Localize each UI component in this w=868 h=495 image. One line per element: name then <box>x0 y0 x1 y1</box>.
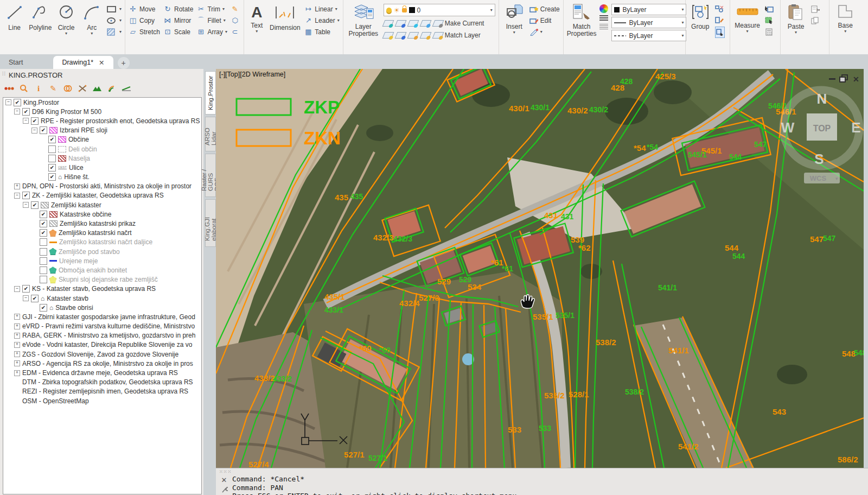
connection-dots-icon[interactable] <box>4 84 14 93</box>
select-all-button[interactable] <box>765 15 774 26</box>
tree-row[interactable]: +eVode - Vodni kataster, Direkcija Repub… <box>3 340 201 350</box>
tree-row[interactable]: ✔CESTUlice <box>3 163 201 172</box>
tree-row[interactable]: Zemljiško katastrski načrt daljice <box>3 238 201 247</box>
side-tab-king-gji-elaborat[interactable]: King.GJI elaborat <box>205 199 216 247</box>
layer-isolate-icon[interactable] <box>382 20 394 27</box>
layer-lock-icon[interactable] <box>419 20 431 27</box>
create-block-button[interactable]: Create <box>529 4 560 14</box>
tab-drawing1[interactable]: Drawing1* ✕ <box>53 56 113 69</box>
move-button[interactable]: ✢Move <box>129 4 160 14</box>
layer-turn-on-icon[interactable] <box>394 32 406 39</box>
side-tab-king-prostor[interactable]: King.Prostor <box>205 71 216 115</box>
layer-checkbox[interactable]: ✔ <box>31 117 39 125</box>
layer-checkbox[interactable] <box>48 155 56 162</box>
tree-row-label[interactable]: King.Prostor <box>23 99 59 106</box>
color-select[interactable]: ByLayer▾ <box>611 4 686 15</box>
explode-button[interactable]: ⬡ <box>231 15 239 26</box>
tree-row[interactable]: −✔Zemljiški kataster <box>3 200 201 210</box>
match-layer-button[interactable]: Match Layer <box>433 30 481 40</box>
tree-row[interactable]: +DPN, OPN - Prostorski akti, Ministrstvo… <box>3 182 201 191</box>
tree-row[interactable]: ✔Zemljiško katastrski prikaz <box>3 219 201 228</box>
tree-row[interactable]: Deli občin <box>3 144 201 154</box>
leader-button[interactable]: ↗Leader▾ <box>304 15 339 26</box>
expand-icon[interactable]: + <box>14 333 20 339</box>
tree-row[interactable]: −✔⌂Kataster stavb <box>3 294 201 303</box>
tree-row-label[interactable]: Zemljiško katastrski načrt daljice <box>59 238 152 246</box>
command-tools-icon[interactable] <box>221 486 228 495</box>
dimension-button[interactable]: Dimension <box>269 2 301 31</box>
tree-row[interactable]: +ARSO - Agencija RS za okolje, Ministrst… <box>3 359 201 368</box>
layer-checkbox[interactable]: ✔ <box>40 126 47 134</box>
layer-off-icon[interactable] <box>382 32 394 39</box>
tree-row[interactable]: ✔Zemljiško katastrski načrt <box>3 229 201 238</box>
tree-row-label[interactable]: Zemljiško katastrski prikaz <box>60 220 136 227</box>
layer-checkbox[interactable]: ✔ <box>40 220 47 227</box>
command-history[interactable]: Command: *Cancel*Command: PANPress ESC o… <box>232 475 521 495</box>
layer-thaw-all-icon[interactable] <box>407 32 419 39</box>
layer-checkbox[interactable]: ✔ <box>40 211 47 218</box>
group-select-toggle[interactable] <box>715 27 725 38</box>
tree-row-label[interactable]: ARSO - Agencija RS za okolje, Ministrstv… <box>22 360 193 367</box>
search-icon[interactable] <box>19 84 29 93</box>
match-properties-button[interactable]: Match Properties <box>567 2 597 37</box>
layer-checkbox[interactable]: ✔ <box>22 192 30 199</box>
break-tools-icon[interactable] <box>78 84 87 93</box>
circle-button[interactable]: Circle ▾ <box>55 2 77 36</box>
linear-button[interactable]: ↦Linear▾ <box>304 4 339 14</box>
tree-row-label[interactable]: Ulice <box>69 164 84 172</box>
layer-freeze-icon[interactable] <box>407 20 419 27</box>
info-icon[interactable]: i <box>34 84 43 93</box>
close-tab-icon[interactable]: ✕ <box>99 59 104 67</box>
tree-row[interactable]: +ZGS - Gozdovi Slovenije, Zavod za gozdo… <box>3 350 201 359</box>
erase-button[interactable]: ✎ <box>231 4 239 14</box>
hatch-tool-button[interactable]: ▾ <box>106 27 122 37</box>
ellipse-tool-button[interactable]: ▾ <box>106 15 122 26</box>
tree-row[interactable]: Območja enakih bonitet <box>3 265 201 275</box>
attach-icon[interactable] <box>63 84 73 93</box>
trim-button[interactable]: ✂Trim▾ <box>196 4 227 14</box>
tree-row[interactable]: −✔Izbrani RPE sloji <box>3 126 201 135</box>
drawing-viewport[interactable]: 425/3428428430/1430/1430/2430/2546/1546/… <box>216 69 864 468</box>
tree-row[interactable]: −✔D96 King Prostor M 500 <box>3 107 201 116</box>
side-tab-raster-gurs-dof[interactable]: Raster / GURS DOF <box>205 154 216 197</box>
linetype-select[interactable]: ByLayer▾ <box>611 30 686 41</box>
tree-row-label[interactable]: Kataster stavb <box>47 295 88 302</box>
expand-icon[interactable]: + <box>14 314 20 320</box>
tree-row-label[interactable]: Skupni sloj dejanske rabe zemljišč <box>59 276 158 283</box>
table-button[interactable]: ▦Table <box>304 27 339 37</box>
tree-row-label[interactable]: Izbrani RPE sloji <box>60 126 107 134</box>
layer-checkbox[interactable]: ✔ <box>40 229 47 237</box>
tree-row-label[interactable]: OSM - OpenStreetMap <box>22 397 89 405</box>
collapse-icon[interactable]: − <box>14 109 20 115</box>
layer-checkbox[interactable]: ✔ <box>14 99 21 106</box>
collapse-icon[interactable]: − <box>23 118 29 124</box>
layer-select[interactable]: ☀ 0 ▾ <box>384 4 495 16</box>
layer-unisolate-icon[interactable] <box>394 20 406 27</box>
tree-row-label[interactable]: eVode - Vodni kataster, Direkcija Republ… <box>22 341 193 348</box>
tree-row-label[interactable]: Stavbe obrisi <box>55 304 93 312</box>
base-button[interactable]: Base ▾ <box>833 2 858 34</box>
edit-block-button[interactable]: Edit <box>529 15 560 26</box>
layer-checkbox[interactable]: ✔ <box>48 136 56 143</box>
tree-row-label[interactable]: ZGS - Gozdovi Slovenije, Zavod za gozdov… <box>22 351 178 358</box>
tree-row[interactable]: REZI - Register zemljepisnih imen, Geode… <box>3 387 201 396</box>
tree-row-label[interactable]: DPN, OPN - Prostorski akti, Ministrstvo … <box>22 182 192 190</box>
expand-icon[interactable]: + <box>14 370 20 376</box>
collapse-icon[interactable]: − <box>31 128 37 134</box>
line-button[interactable]: Line <box>3 2 25 31</box>
tree-row[interactable]: DTM - Zbirka topografskih podatkov, Geod… <box>3 378 201 387</box>
collapse-icon[interactable]: − <box>23 202 29 208</box>
tree-row-label[interactable]: EDM - Evidenca državne meje, Geodetska u… <box>22 369 178 377</box>
polyline-button[interactable]: Polyline <box>29 2 52 31</box>
layer-properties-button[interactable]: Layer Properties <box>347 2 380 37</box>
collapse-icon[interactable]: − <box>5 99 11 105</box>
tree-row-label[interactable]: D96 King Prostor M 500 <box>32 108 101 116</box>
tree-row[interactable]: ✔Občine <box>3 135 201 144</box>
expand-icon[interactable]: + <box>14 351 20 357</box>
layer-checkbox[interactable]: ✔ <box>40 304 47 312</box>
tree-row-label[interactable]: Zemljiški kataster <box>51 201 101 209</box>
tree-row-label[interactable]: ZK - Zemljiški kataster, Geodetska uprav… <box>32 192 164 199</box>
linetype-icon[interactable] <box>599 24 608 30</box>
group-button[interactable]: Group <box>689 2 712 30</box>
layer-tree[interactable]: −✔King.Prostor−✔D96 King Prostor M 500−✔… <box>3 97 202 494</box>
